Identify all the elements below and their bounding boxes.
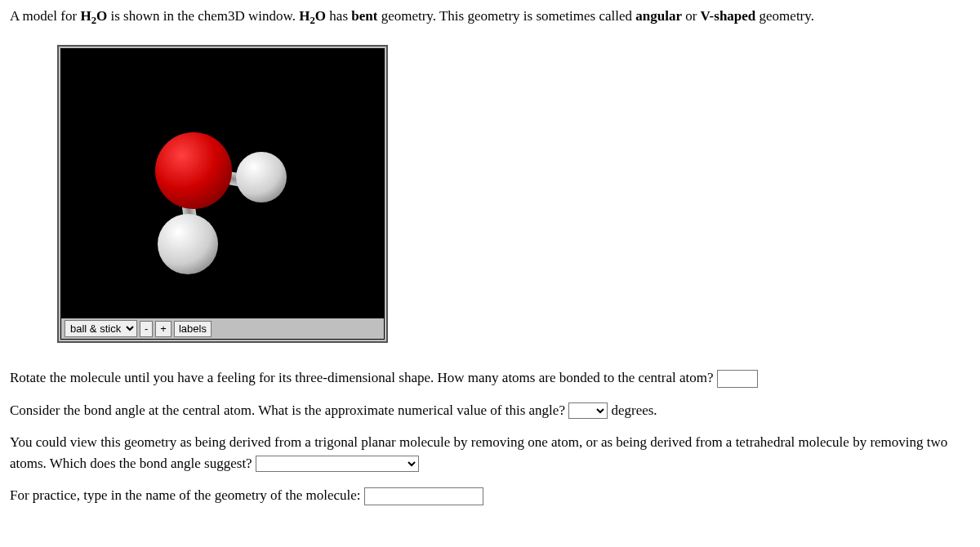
question-2: Consider the bond angle at the central a… bbox=[10, 400, 970, 421]
question-3-text: You could view this geometry as being de… bbox=[10, 434, 947, 471]
alt-name-2: V-shaped bbox=[701, 8, 756, 24]
question-4-text: For practice, type in the name of the ge… bbox=[10, 487, 364, 503]
q3-answer-select[interactable] bbox=[256, 456, 419, 472]
intro-text: A model for H2O is shown in the chem3D w… bbox=[10, 7, 970, 29]
q1-answer-input[interactable] bbox=[717, 370, 758, 388]
question-1-text: Rotate the molecule until you have a fee… bbox=[10, 370, 717, 385]
q2-unit: degrees. bbox=[608, 402, 657, 418]
labels-button[interactable]: labels bbox=[174, 321, 212, 337]
chem3d-canvas[interactable] bbox=[61, 49, 384, 318]
molecule-name: H2O bbox=[80, 8, 107, 24]
q2-answer-select[interactable] bbox=[568, 402, 608, 419]
question-1: Rotate the molecule until you have a fee… bbox=[10, 367, 970, 389]
question-4: For practice, type in the name of the ge… bbox=[10, 485, 970, 506]
chem3d-toolbar: ball & stick - + labels bbox=[61, 318, 384, 339]
molecule-name-2: H2O bbox=[299, 8, 326, 24]
question-2-text: Consider the bond angle at the central a… bbox=[10, 402, 568, 418]
q4-answer-input[interactable] bbox=[364, 487, 483, 505]
zoom-in-button[interactable]: + bbox=[155, 321, 172, 337]
question-3: You could view this geometry as being de… bbox=[10, 432, 970, 474]
intro-pre: A model for bbox=[10, 8, 80, 24]
hydrogen-atom bbox=[158, 214, 218, 274]
chem3d-window: ball & stick - + labels bbox=[57, 45, 388, 343]
zoom-out-button[interactable]: - bbox=[140, 321, 153, 337]
geometry-name: bent bbox=[351, 8, 377, 24]
oxygen-atom bbox=[155, 132, 232, 209]
hydrogen-atom bbox=[236, 152, 287, 202]
render-style-select[interactable]: ball & stick bbox=[65, 320, 137, 337]
alt-name-1: angular bbox=[635, 8, 682, 24]
